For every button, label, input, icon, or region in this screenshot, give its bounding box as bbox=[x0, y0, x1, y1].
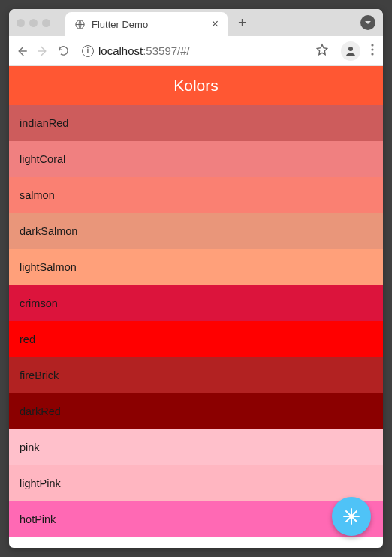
url-host: localhost:53597/#/ bbox=[98, 44, 190, 57]
site-info-icon[interactable]: i bbox=[82, 45, 94, 57]
color-name-label: indianRed bbox=[20, 117, 68, 129]
color-name-label: red bbox=[20, 333, 35, 345]
fab-button[interactable] bbox=[332, 497, 371, 536]
color-list[interactable]: indianRedlightCoralsalmondarkSalmonlight… bbox=[9, 105, 383, 537]
color-row[interactable]: darkSalmon bbox=[9, 213, 383, 249]
color-row[interactable]: darkRed bbox=[9, 393, 383, 429]
url-bar[interactable]: i localhost:53597/#/ bbox=[77, 40, 333, 62]
color-name-label: lightPink bbox=[20, 477, 61, 489]
color-name-label: salmon bbox=[20, 189, 55, 201]
color-name-label: lightSalmon bbox=[20, 261, 77, 273]
color-row[interactable]: fireBrick bbox=[9, 357, 383, 393]
traffic-minimize[interactable] bbox=[29, 19, 38, 27]
browser-tab[interactable]: Flutter Demo × bbox=[65, 12, 228, 36]
svg-point-1 bbox=[348, 47, 353, 51]
app-bar: Kolors bbox=[9, 66, 383, 105]
close-tab-icon[interactable]: × bbox=[212, 17, 219, 31]
svg-point-4 bbox=[371, 53, 373, 55]
tabs-dropdown-button[interactable] bbox=[360, 15, 375, 30]
traffic-close[interactable] bbox=[17, 19, 25, 27]
traffic-maximize[interactable] bbox=[42, 19, 50, 27]
color-name-label: hotPink bbox=[20, 513, 56, 525]
reload-button[interactable] bbox=[57, 44, 70, 57]
svg-point-2 bbox=[371, 44, 373, 46]
color-row[interactable]: indianRed bbox=[9, 105, 383, 141]
app-title: Kolors bbox=[173, 77, 219, 95]
person-icon bbox=[344, 44, 357, 58]
color-row[interactable]: lightCoral bbox=[9, 141, 383, 177]
snowflake-icon bbox=[342, 507, 360, 525]
back-button[interactable] bbox=[15, 44, 29, 58]
color-name-label: crimson bbox=[20, 297, 58, 309]
browser-window: Flutter Demo × + i localhost:53597/#/ bbox=[9, 9, 383, 548]
color-row[interactable]: salmon bbox=[9, 177, 383, 213]
bookmark-star-icon[interactable] bbox=[315, 43, 329, 59]
tab-bar: Flutter Demo × + bbox=[9, 9, 383, 36]
color-name-label: lightCoral bbox=[20, 153, 65, 165]
color-name-label: darkSalmon bbox=[20, 225, 77, 237]
globe-icon bbox=[74, 19, 86, 30]
forward-button[interactable] bbox=[36, 44, 50, 58]
color-name-label: fireBrick bbox=[20, 369, 59, 381]
color-row[interactable]: hotPink bbox=[9, 501, 383, 537]
tab-title: Flutter Demo bbox=[92, 19, 206, 30]
svg-point-3 bbox=[371, 48, 373, 50]
color-row[interactable]: red bbox=[9, 321, 383, 357]
color-name-label: pink bbox=[20, 441, 40, 453]
chevron-down-icon bbox=[364, 19, 372, 26]
browser-menu-button[interactable] bbox=[368, 44, 377, 59]
new-tab-button[interactable]: + bbox=[238, 14, 246, 31]
color-row[interactable]: pink bbox=[9, 429, 383, 465]
color-name-label: darkRed bbox=[20, 405, 61, 417]
browser-toolbar: i localhost:53597/#/ bbox=[9, 36, 383, 66]
color-row[interactable]: lightPink bbox=[9, 465, 383, 501]
app-viewport: Kolors indianRedlightCoralsalmondarkSalm… bbox=[9, 66, 383, 548]
profile-avatar[interactable] bbox=[341, 41, 360, 61]
color-row[interactable]: crimson bbox=[9, 285, 383, 321]
color-row[interactable]: lightSalmon bbox=[9, 249, 383, 285]
